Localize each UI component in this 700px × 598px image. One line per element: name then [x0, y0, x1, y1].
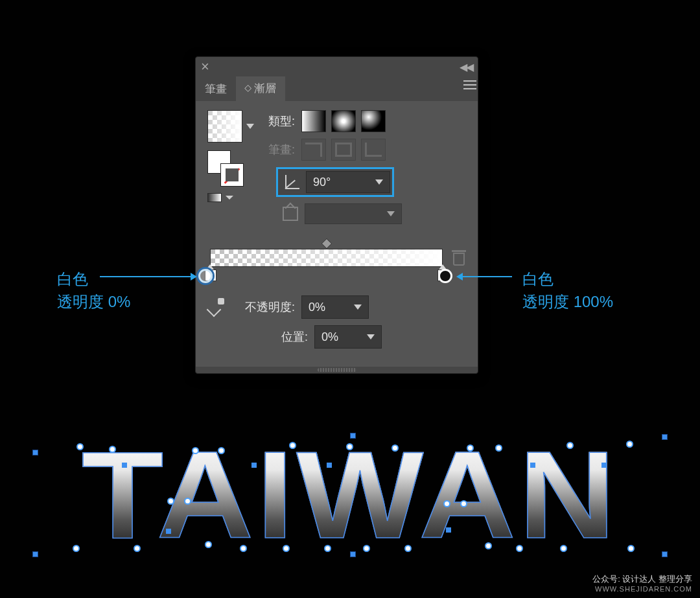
stroke-within-button	[301, 139, 326, 161]
stroke-along-button	[331, 139, 356, 161]
callout-left-line1: 白色	[57, 268, 130, 291]
opacity-field[interactable]: 0%	[301, 295, 369, 319]
selection-handle[interactable]	[32, 551, 38, 557]
selection-handle[interactable]	[350, 551, 356, 557]
angle-icon	[284, 174, 301, 190]
callout-left-line2: 透明度 0%	[57, 291, 130, 314]
angle-value: 90°	[307, 176, 369, 189]
reverse-gradient-icon[interactable]	[207, 193, 222, 202]
artwork-text[interactable]: TAIWAN	[6, 433, 695, 557]
callout-right-line1: 白色	[522, 268, 613, 291]
opacity-label: 不透明度:	[245, 299, 295, 315]
delete-stop-icon[interactable]	[452, 250, 466, 266]
type-freeform-button[interactable]	[361, 110, 386, 132]
stroke-swatch[interactable]	[220, 163, 244, 187]
anchor-point[interactable]	[76, 443, 84, 450]
eyedropper-icon[interactable]	[207, 298, 226, 316]
anchor-point[interactable]	[485, 542, 492, 549]
anchor-point[interactable]	[627, 545, 635, 552]
location-field[interactable]: 0%	[314, 325, 382, 349]
aspect-dropdown-icon	[380, 204, 401, 224]
anchor-point[interactable]	[205, 541, 212, 548]
anchor-point[interactable]	[192, 447, 199, 454]
anchor-point[interactable]	[443, 500, 450, 507]
panel-titlebar: × ◀◀	[196, 57, 478, 76]
opacity-value: 0%	[302, 301, 347, 314]
type-linear-button[interactable]	[301, 110, 326, 132]
aspect-ratio-icon	[283, 207, 298, 221]
selection-handle[interactable]	[32, 450, 38, 455]
anchor-point[interactable]	[289, 442, 296, 449]
panel-tabs: 筆畫 ◇ 漸層	[196, 76, 478, 101]
watermark: 公众号: 设计达人 整理分享 WWW.SHEJIDAREN.COM	[592, 573, 692, 594]
anchor-point[interactable]	[109, 446, 116, 453]
anchor-point[interactable]	[73, 545, 80, 552]
panel-menu-icon[interactable]	[462, 76, 478, 101]
anchor-square[interactable]	[446, 527, 451, 533]
anchor-point[interactable]	[566, 442, 574, 449]
gradient-tab-icon: ◇	[244, 85, 254, 92]
angle-highlight: 90°	[276, 167, 394, 197]
mini-menu-caret-icon[interactable]	[226, 196, 233, 200]
selection-handle[interactable]	[350, 433, 356, 439]
canvas-artwork[interactable]: TAIWAN	[31, 433, 669, 556]
callout-right-line2: 透明度 100%	[522, 291, 613, 314]
anchor-point[interactable]	[363, 545, 370, 552]
selection-handle[interactable]	[662, 551, 668, 557]
gradient-ramp[interactable]	[210, 249, 443, 267]
collapse-icon[interactable]: ◀◀	[460, 61, 472, 73]
panel-resize-grip[interactable]	[318, 368, 356, 372]
panel-body: 類型: 筆畫:	[196, 101, 478, 367]
stage: × ◀◀ 筆畫 ◇ 漸層	[0, 0, 700, 598]
anchor-square[interactable]	[601, 463, 607, 468]
arrow-left	[100, 276, 196, 277]
callout-right: 白色 透明度 100%	[522, 268, 613, 314]
anchor-square[interactable]	[327, 463, 332, 468]
tab-gradient-label: 漸層	[254, 81, 276, 96]
anno-circle-right	[438, 269, 452, 283]
anchor-point[interactable]	[167, 498, 174, 505]
anchor-point[interactable]	[391, 444, 399, 452]
location-dropdown-icon[interactable]	[360, 326, 381, 348]
anchor-point[interactable]	[516, 545, 523, 552]
anchor-square[interactable]	[166, 529, 171, 534]
tab-stroke[interactable]: 筆畫	[196, 76, 236, 101]
aspect-field	[305, 203, 402, 224]
opacity-dropdown-icon[interactable]	[347, 296, 368, 318]
selection-handle[interactable]	[662, 434, 668, 440]
close-icon[interactable]: ×	[201, 60, 209, 74]
anchor-point[interactable]	[184, 498, 191, 505]
anchor-square[interactable]	[122, 463, 127, 468]
type-label: 類型:	[268, 113, 295, 129]
angle-dropdown-icon[interactable]	[369, 172, 390, 192]
watermark-line2: WWW.SHEJIDAREN.COM	[592, 584, 692, 594]
angle-field[interactable]: 90°	[306, 171, 390, 193]
tab-gradient[interactable]: ◇ 漸層	[236, 76, 285, 101]
anchor-point[interactable]	[560, 545, 567, 552]
gradient-preview-swatch[interactable]	[207, 110, 242, 143]
stroke-apply-label: 筆畫:	[268, 142, 295, 157]
callout-left: 白色 透明度 0%	[57, 268, 130, 314]
location-value: 0%	[315, 330, 360, 344]
anchor-point[interactable]	[404, 545, 412, 552]
anchor-point[interactable]	[626, 441, 633, 448]
anchor-point[interactable]	[134, 545, 141, 552]
midpoint-handle[interactable]	[321, 238, 332, 249]
anchor-point[interactable]	[460, 500, 467, 507]
anchor-square[interactable]	[251, 463, 257, 468]
anchor-point[interactable]	[495, 444, 502, 452]
anchor-point[interactable]	[218, 447, 225, 454]
anchor-point[interactable]	[346, 443, 353, 450]
arrow-right	[458, 276, 512, 277]
gradient-bar[interactable]	[210, 249, 443, 267]
fill-stroke-toggle[interactable]	[207, 150, 244, 187]
type-radial-button[interactable]	[331, 110, 356, 132]
anchor-point[interactable]	[283, 545, 290, 552]
anchor-point[interactable]	[324, 545, 331, 552]
anno-circle-left	[198, 269, 213, 283]
anchor-point[interactable]	[467, 444, 474, 452]
swatch-menu-caret-icon[interactable]	[246, 124, 254, 129]
anchor-square[interactable]	[530, 463, 535, 468]
stroke-across-button	[361, 139, 386, 161]
anchor-point[interactable]	[240, 545, 247, 552]
